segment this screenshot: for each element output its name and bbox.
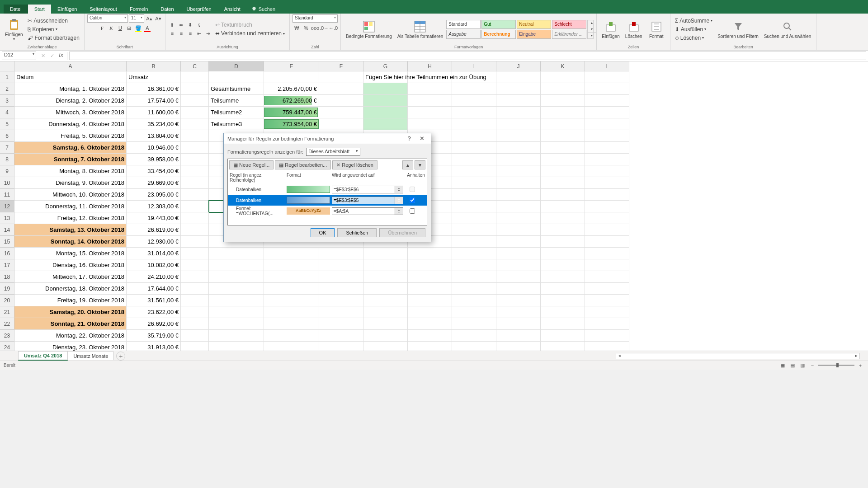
rule-row-1[interactable]: Datenbalken=$E$3:$E$5↥ <box>228 195 427 206</box>
cell-A12[interactable]: Donnerstag, 11. Oktober 2018 <box>14 201 127 212</box>
style-neutral[interactable]: Neutral <box>517 20 551 29</box>
cell-J5[interactable] <box>496 118 541 130</box>
cell-J17[interactable] <box>496 259 541 271</box>
dialog-close-button[interactable]: ✕ <box>416 135 427 142</box>
cell-G21[interactable] <box>363 306 408 318</box>
cell-H1[interactable] <box>408 71 452 83</box>
cell-J8[interactable] <box>496 154 541 165</box>
cell-B3[interactable]: 17.574,00 € <box>127 95 181 107</box>
cell-I1[interactable] <box>452 71 496 83</box>
conditional-formatting-button[interactable]: Bedingte Formatierung <box>344 15 394 43</box>
cell-A2[interactable]: Montag, 1. Oktober 2018 <box>14 83 127 95</box>
bold-button[interactable]: F <box>98 24 106 32</box>
cell-A14[interactable]: Samstag, 13. Oktober 2018 <box>14 224 127 236</box>
cell-F20[interactable] <box>319 295 363 306</box>
format-as-table-button[interactable]: Als Tabelle formatieren <box>395 15 446 43</box>
align-bottom-button[interactable]: ⬇ <box>186 21 194 29</box>
name-box[interactable]: D12 <box>2 52 36 60</box>
copy-button[interactable]: ⎘Kopieren▾ <box>26 25 81 33</box>
row-header-10[interactable]: 10 <box>0 177 14 189</box>
column-header-C[interactable]: C <box>181 61 209 71</box>
cell-C3[interactable] <box>181 95 209 107</box>
cell-K9[interactable] <box>541 165 585 177</box>
new-rule-button[interactable]: ▦Neue Regel... <box>229 160 274 169</box>
cell-E16[interactable] <box>264 248 319 259</box>
cell-K12[interactable] <box>541 201 585 212</box>
cell-K11[interactable] <box>541 189 585 201</box>
cell-A15[interactable]: Sonntag, 14. Oktober 2018 <box>14 236 127 248</box>
cell-H24[interactable] <box>408 342 452 351</box>
cell-D22[interactable] <box>209 318 264 330</box>
cell-K4[interactable] <box>541 107 585 118</box>
rule-range-input[interactable]: =$E$3:$E$5 <box>332 197 395 204</box>
cell-J2[interactable] <box>496 83 541 95</box>
select-all-corner[interactable] <box>0 61 14 71</box>
dialog-ok-button[interactable]: OK <box>311 228 335 237</box>
cell-A21[interactable]: Samstag, 20. Oktober 2018 <box>14 306 127 318</box>
cell-K3[interactable] <box>541 95 585 107</box>
horizontal-scrollbar[interactable]: ◂ ▸ <box>616 353 860 359</box>
row-header-18[interactable]: 18 <box>0 271 14 283</box>
cell-H16[interactable] <box>408 248 452 259</box>
cell-L15[interactable] <box>585 236 629 248</box>
find-select-button[interactable]: Suchen und Auswählen <box>762 15 814 43</box>
align-center-button[interactable]: ≡ <box>177 29 185 38</box>
cell-H19[interactable] <box>408 283 452 295</box>
cell-L5[interactable] <box>585 118 629 130</box>
cells-insert-button[interactable]: Einfügen <box>599 15 622 43</box>
cell-A17[interactable]: Dienstag, 16. Oktober 2018 <box>14 259 127 271</box>
row-header-1[interactable]: 1 <box>0 71 14 83</box>
cell-A8[interactable]: Sonntag, 7. Oktober 2018 <box>14 154 127 165</box>
cell-L13[interactable] <box>585 212 629 224</box>
cell-K5[interactable] <box>541 118 585 130</box>
cell-C7[interactable] <box>181 142 209 154</box>
row-header-11[interactable]: 11 <box>0 189 14 201</box>
cell-C1[interactable] <box>181 71 209 83</box>
cell-D18[interactable] <box>209 271 264 283</box>
row-header-22[interactable]: 22 <box>0 318 14 330</box>
cell-G1[interactable]: Fügen Sie hier ihre Teilnummen ein zur Ü… <box>363 71 408 83</box>
cell-J21[interactable] <box>496 306 541 318</box>
cell-D20[interactable] <box>209 295 264 306</box>
cell-I15[interactable] <box>452 236 496 248</box>
cell-L20[interactable] <box>585 295 629 306</box>
grow-font-button[interactable]: A▴ <box>145 14 153 23</box>
cell-A16[interactable]: Montag, 15. Oktober 2018 <box>14 248 127 259</box>
column-header-D[interactable]: D <box>209 61 264 71</box>
cell-B6[interactable]: 13.804,00 € <box>127 130 181 142</box>
orientation-button[interactable]: ⤹ <box>195 21 203 29</box>
cell-K8[interactable] <box>541 154 585 165</box>
cell-K20[interactable] <box>541 295 585 306</box>
cell-L21[interactable] <box>585 306 629 318</box>
cell-K15[interactable] <box>541 236 585 248</box>
cell-E17[interactable] <box>264 259 319 271</box>
cell-K14[interactable] <box>541 224 585 236</box>
cell-C4[interactable] <box>181 107 209 118</box>
clear-button[interactable]: ◇Löschen▾ <box>673 34 714 42</box>
row-header-14[interactable]: 14 <box>0 224 14 236</box>
cell-E1[interactable] <box>264 71 319 83</box>
cell-K7[interactable] <box>541 142 585 154</box>
cell-B17[interactable]: 10.082,00 € <box>127 259 181 271</box>
cell-I14[interactable] <box>452 224 496 236</box>
tell-me-search[interactable]: Suchen <box>247 5 280 14</box>
cell-H20[interactable] <box>408 295 452 306</box>
cell-A6[interactable]: Freitag, 5. Oktober 2018 <box>14 130 127 142</box>
cell-H17[interactable] <box>408 259 452 271</box>
cell-E18[interactable] <box>264 271 319 283</box>
cell-L7[interactable] <box>585 142 629 154</box>
cell-D17[interactable] <box>209 259 264 271</box>
tab-review[interactable]: Überprüfen <box>180 5 218 14</box>
cell-I11[interactable] <box>452 189 496 201</box>
percent-button[interactable]: % <box>302 24 310 32</box>
cell-G22[interactable] <box>363 318 408 330</box>
cell-K16[interactable] <box>541 248 585 259</box>
cell-G2[interactable] <box>363 83 408 95</box>
cell-G17[interactable] <box>363 259 408 271</box>
stop-if-true-checkbox[interactable] <box>410 208 415 214</box>
column-header-I[interactable]: I <box>452 61 496 71</box>
cell-L24[interactable] <box>585 342 629 351</box>
cell-A22[interactable]: Sonntag, 21. Oktober 2018 <box>14 318 127 330</box>
cell-E20[interactable] <box>264 295 319 306</box>
cell-C17[interactable] <box>181 259 209 271</box>
